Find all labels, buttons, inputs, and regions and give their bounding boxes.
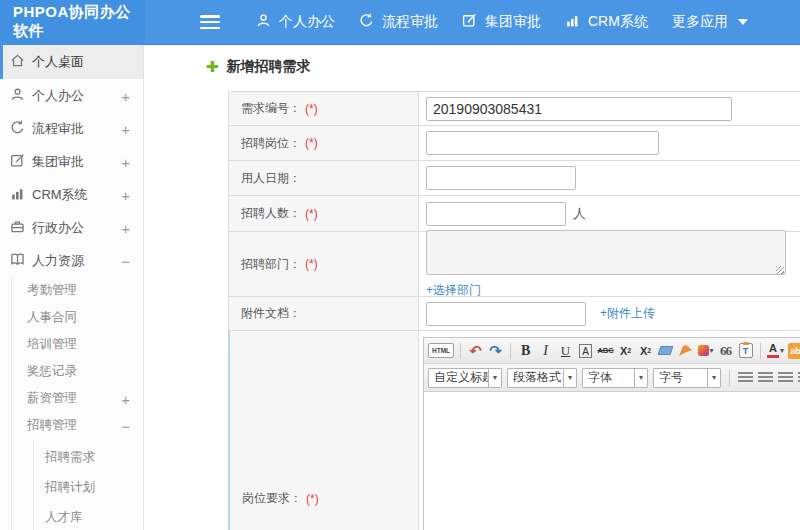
sidebar-item-label: 人事合同	[27, 309, 77, 326]
strikethrough-button[interactable]: ABC	[597, 341, 614, 361]
sidebar-item-recruit-demand[interactable]: 招聘需求	[34, 442, 143, 472]
blockquote-button[interactable]: 66	[717, 341, 734, 361]
color-palette-icon[interactable]: ▾	[697, 341, 714, 361]
eraser-icon[interactable]	[657, 341, 674, 361]
sidebar-item-attendance-mgmt[interactable]: 考勤管理	[12, 277, 143, 304]
sidebar-item-label: 个人桌面	[32, 53, 84, 71]
sidebar-item-admin-office[interactable]: 行政办公 +	[0, 211, 143, 244]
collapse-minus-icon[interactable]: −	[121, 417, 130, 434]
select-department-link[interactable]: +选择部门	[426, 282, 481, 299]
expand-plus-icon[interactable]: +	[121, 153, 130, 170]
demand-number-input[interactable]	[426, 97, 732, 121]
font-size-select[interactable]: 字号 ▾	[653, 368, 721, 388]
expand-plus-icon[interactable]: +	[121, 390, 130, 407]
topnav-label: 个人办公	[279, 13, 335, 31]
expand-plus-icon[interactable]: +	[121, 186, 130, 203]
sidebar-item-recruit-mgmt[interactable]: 招聘管理 −	[12, 412, 143, 439]
align-right-icon[interactable]	[778, 372, 793, 384]
sidebar-item-training-mgmt[interactable]: 培训管理	[12, 331, 143, 358]
sidebar-item-recruit-plan[interactable]: 招聘计划	[34, 472, 143, 502]
field-label-text: 附件文档：	[241, 305, 301, 322]
recruit-position-input[interactable]	[426, 131, 659, 155]
sidebar-item-personnel-contract[interactable]: 人事合同	[12, 304, 143, 331]
select-value: 字号	[654, 369, 707, 387]
user-icon	[256, 13, 279, 31]
app-logo: PHPOA协同办公软件	[0, 0, 145, 45]
paragraph-format-select[interactable]: 段落格式 ▾	[507, 368, 577, 388]
field-label-text: 岗位要求：	[242, 490, 302, 507]
undo-icon[interactable]: ↶	[467, 341, 484, 361]
collapse-minus-icon[interactable]: −	[121, 252, 130, 269]
chevron-down-icon: ▾	[780, 346, 784, 355]
main-content: ✚ 新增招聘需求 需求编号： (*) 招聘岗位： (*) 用人日期：	[144, 45, 800, 530]
green-plus-icon: ✚	[206, 58, 219, 76]
font-family-select[interactable]: 字体 ▾	[582, 368, 648, 388]
custom-title-select[interactable]: 自定义标题 ▾	[428, 368, 502, 388]
topnav-workflow-approval[interactable]: 流程审批	[359, 13, 438, 31]
underline-button[interactable]: U	[557, 341, 574, 361]
field-label: 用人日期：	[229, 161, 419, 195]
recruit-department-textarea[interactable]	[426, 230, 786, 275]
sidebar-item-salary-mgmt[interactable]: 薪资管理 +	[12, 385, 143, 412]
sidebar-item-group-approval[interactable]: 集团审批 +	[0, 145, 143, 178]
highlight-color-button[interactable]: ab	[787, 341, 800, 361]
hire-date-input[interactable]	[426, 166, 576, 190]
editor-toolbar-row2: 自定义标题 ▾ 段落格式 ▾ 字体 ▾ 字号 ▾	[424, 364, 800, 392]
form-row-recruit-count: 招聘人数： (*) 人	[228, 196, 800, 232]
paste-as-text-icon[interactable]: T	[737, 341, 754, 361]
expand-plus-icon[interactable]: +	[121, 120, 130, 137]
field-label: 附件文档：	[229, 297, 419, 330]
attachment-input[interactable]	[426, 302, 586, 326]
field-label: 招聘岗位： (*)	[229, 126, 419, 160]
recruit-count-input[interactable]	[426, 202, 566, 226]
expand-plus-icon[interactable]: +	[121, 87, 130, 104]
required-mark: (*)	[305, 102, 318, 116]
recruit-demand-form: 需求编号： (*) 招聘岗位： (*) 用人日期：	[228, 91, 800, 530]
bold-button[interactable]: B	[517, 341, 534, 361]
sidebar-item-personal-office[interactable]: 个人办公 +	[0, 79, 143, 112]
sidebar-item-label: 培训管理	[27, 336, 77, 353]
html-source-button[interactable]: HTML	[428, 343, 454, 358]
sidebar-item-crm-system[interactable]: CRM系统 +	[0, 178, 143, 211]
chevron-down-icon: ▾	[710, 346, 714, 355]
sidebar-item-label: 人才库	[45, 509, 83, 526]
topnav-more-apps[interactable]: 更多应用	[672, 13, 748, 31]
top-navigation: 个人办公 流程审批 集团审批 CRM系统 更多应用	[232, 13, 748, 31]
sidebar-item-label: 招聘计划	[45, 479, 95, 496]
attachment-upload-link[interactable]: +附件上传	[600, 305, 655, 322]
sidebar-item-label: 考勤管理	[27, 282, 77, 299]
char-border-button[interactable]: A	[579, 344, 592, 358]
align-center-icon[interactable]	[758, 372, 773, 384]
topnav-label: 流程审批	[382, 13, 438, 31]
sidebar-item-talent-pool[interactable]: 人才库	[34, 502, 143, 530]
redo-icon[interactable]: ↷	[487, 341, 504, 361]
subscript-button[interactable]: X2	[637, 341, 654, 361]
format-brush-icon[interactable]	[677, 341, 694, 361]
hamburger-menu-icon[interactable]	[200, 15, 220, 29]
topnav-crm-system[interactable]: CRM系统	[565, 13, 648, 31]
field-label-text: 招聘部门：	[241, 256, 301, 273]
topnav-group-approval[interactable]: 集团审批	[462, 13, 541, 31]
sidebar-item-workflow-approval[interactable]: 流程审批 +	[0, 112, 143, 145]
sidebar-item-personal-desktop[interactable]: 个人桌面	[0, 45, 143, 79]
italic-button[interactable]: I	[537, 341, 554, 361]
editor-content-area[interactable]	[424, 392, 800, 530]
field-value	[419, 92, 800, 125]
briefcase-icon	[10, 219, 32, 237]
align-left-icon[interactable]	[738, 372, 753, 384]
sidebar-item-reward-punishment[interactable]: 奖惩记录	[12, 358, 143, 385]
topnav-personal-office[interactable]: 个人办公	[256, 13, 335, 31]
expand-plus-icon[interactable]: +	[121, 219, 130, 236]
bar-chart-icon	[565, 13, 588, 31]
sidebar: 个人桌面 个人办公 + 流程审批 + 集团审批 + CRM系统	[0, 45, 144, 530]
field-value: HTML ↶ ↷ B I U A ABC X2 X2 ▾	[419, 331, 800, 530]
topnav-label: CRM系统	[588, 13, 648, 31]
superscript-button[interactable]: X2	[617, 341, 634, 361]
font-color-button[interactable]: A ▾	[767, 341, 784, 361]
toolbar-separator	[760, 343, 761, 359]
sidebar-item-human-resources[interactable]: 人力资源 −	[0, 244, 143, 277]
hr-submenu: 考勤管理 人事合同 培训管理 奖惩记录 薪资管理 + 招聘管理 − 招聘需求 招…	[11, 277, 143, 530]
home-icon	[10, 53, 32, 71]
form-row-position-requirements: 岗位要求： (*) HTML ↶ ↷ B I U A ABC	[228, 331, 800, 530]
chevron-down-icon: ▾	[634, 369, 647, 387]
